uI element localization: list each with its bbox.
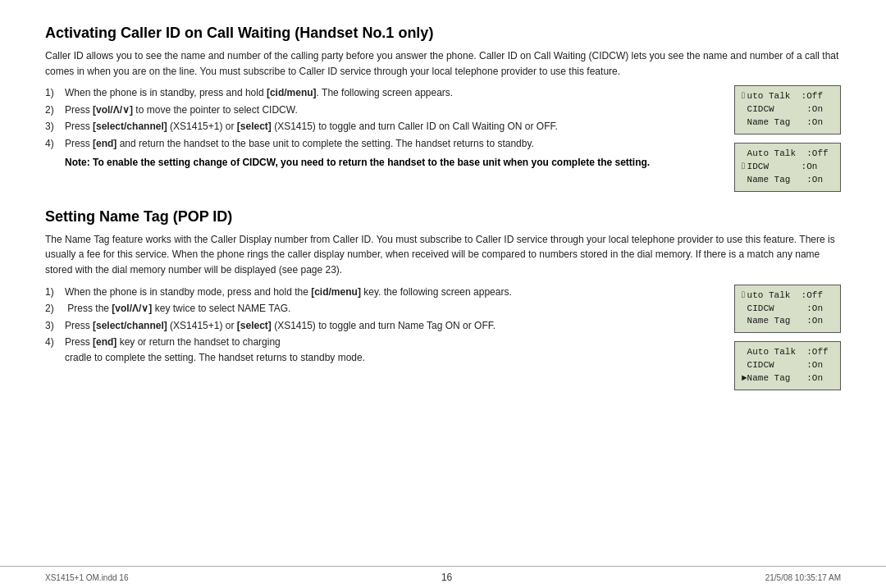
page-content: Activating Caller ID on Call Waiting (Ha… [0, 0, 886, 566]
step-content: Press [select/channel] (XS1415+1) or [se… [65, 318, 718, 334]
step-content: Press [end] and return the handset to th… [65, 136, 718, 152]
section1-steps-area: 1) When the phone is in standby, press a… [45, 85, 841, 192]
step-num: 1) [45, 85, 62, 101]
page-footer: XS1415+1 OM.indd 16 16 21/5/08 10:35:17 … [0, 566, 886, 588]
section1-title: Activating Caller ID on Call Waiting (Ha… [45, 25, 841, 42]
step-num: 4) [45, 136, 62, 152]
section1-intro: Caller ID allows you to see the name and… [45, 48, 841, 79]
section1-step3: 3) Press [select/channel] (XS1415+1) or … [45, 119, 718, 134]
section2: Setting Name Tag (POP ID) The Name Tag f… [45, 208, 841, 390]
section2-title: Setting Name Tag (POP ID) [45, 208, 841, 226]
lcd-screen-2: Auto Talk :Off 𥮬IDCW :On Name Tag :On [734, 143, 841, 192]
footer-left: XS1415+1 OM.indd 16 [45, 573, 128, 582]
step-content: Press the [vol/Λ/∨] key twice to select … [65, 301, 718, 317]
step-content: When the phone is in standby mode, press… [65, 285, 718, 300]
section1-step4: 4) Press [end] and return the handset to… [45, 136, 718, 152]
step-num: 3) [45, 119, 62, 134]
lcd-screen-4: Auto Talk :Off CIDCW :On ►Name Tag :On [734, 341, 841, 390]
section1-step2: 2) Press [vol/Λ/∨] to move the pointer t… [45, 103, 718, 118]
step-content: Press [vol/Λ/∨] to move the pointer to s… [65, 103, 718, 118]
section2-screens: 𥮪uto Talk :Off CIDCW :On Name Tag :On Au… [734, 285, 841, 391]
section2-step2: 2) Press the [vol/Λ/∨] key twice to sele… [45, 301, 718, 317]
step-num: 2) [45, 301, 62, 317]
page-number: 16 [128, 572, 765, 583]
section2-intro: The Name Tag feature works with the Call… [45, 232, 841, 278]
section1-note: Note: To enable the setting change of CI… [65, 155, 718, 171]
section2-step3: 3) Press [select/channel] (XS1415+1) or … [45, 318, 718, 334]
lcd-screen-1: 𥮪uto Talk :Off CIDCW :On Name Tag :On [734, 85, 841, 134]
section1-step1: 1) When the phone is in standby, press a… [45, 85, 718, 101]
step-content: Press [select/channel] (XS1415+1) or [se… [65, 119, 718, 134]
step-content: Press [end] key or return the handset to… [65, 335, 718, 365]
section1: Activating Caller ID on Call Waiting (Ha… [45, 25, 841, 192]
step-num: 3) [45, 318, 62, 334]
page: Activating Caller ID on Call Waiting (Ha… [0, 0, 886, 588]
step-num: 4) [45, 335, 62, 365]
footer-right: 21/5/08 10:35:17 AM [765, 573, 841, 582]
step-num: 1) [45, 285, 62, 300]
section2-steps-text: 1) When the phone is in standby mode, pr… [45, 285, 718, 367]
section2-steps-area: 1) When the phone is in standby mode, pr… [45, 285, 841, 391]
step-num: 2) [45, 103, 62, 118]
lcd-screen-3: 𥮪uto Talk :Off CIDCW :On Name Tag :On [734, 285, 841, 334]
section2-step1: 1) When the phone is in standby mode, pr… [45, 285, 718, 300]
section2-step4: 4) Press [end] key or return the handset… [45, 335, 718, 365]
step-content: When the phone is in standby, press and … [65, 85, 718, 101]
section1-screens: 𥮪uto Talk :Off CIDCW :On Name Tag :On Au… [734, 85, 841, 192]
section1-steps-text: 1) When the phone is in standby, press a… [45, 85, 718, 170]
